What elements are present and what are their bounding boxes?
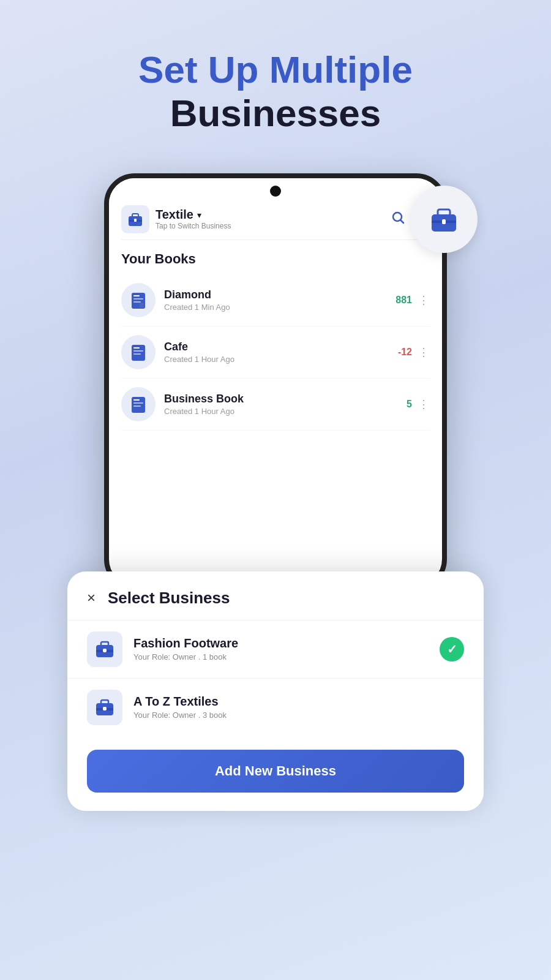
svg-rect-21 bbox=[132, 397, 145, 413]
briefcase-svg bbox=[427, 202, 461, 236]
book-info-diamond: Diamond Created 1 Min Ago bbox=[164, 288, 387, 312]
phone-content: Textile ▾ Tap to Switch Business bbox=[109, 197, 442, 443]
business-selector[interactable]: Textile ▾ Tap to Switch Business bbox=[121, 205, 231, 233]
business-briefcase-small bbox=[127, 211, 144, 228]
svg-rect-16 bbox=[140, 303, 144, 308]
book-item-cafe[interactable]: Cafe Created 1 Hour Ago -12 ⋮ bbox=[121, 326, 430, 379]
biz-name-row: Textile ▾ bbox=[156, 208, 231, 222]
biz-info-textiles: A To Z Textiles Your Role: Owner . 3 boo… bbox=[133, 695, 464, 720]
svg-rect-17 bbox=[132, 345, 145, 361]
svg-rect-1 bbox=[438, 209, 450, 216]
svg-rect-32 bbox=[103, 707, 107, 710]
book-count-business-book: 5 bbox=[407, 399, 412, 410]
book-count-diamond: 881 bbox=[395, 295, 412, 306]
svg-rect-18 bbox=[133, 347, 140, 349]
business-name-block: Textile ▾ Tap to Switch Business bbox=[156, 208, 231, 230]
svg-rect-28 bbox=[103, 649, 107, 652]
book-sub-diamond: Created 1 Min Ago bbox=[164, 303, 387, 312]
biz-icon-textiles bbox=[87, 690, 122, 725]
header-line2: Businesses bbox=[0, 91, 551, 136]
header-line1: Set Up Multiple bbox=[0, 49, 551, 91]
phone-notch bbox=[109, 178, 442, 197]
book-icon-diamond bbox=[121, 283, 156, 317]
phone-area: Textile ▾ Tap to Switch Business bbox=[0, 173, 551, 590]
svg-rect-12 bbox=[133, 295, 140, 296]
book-item-business-book[interactable]: Business Book Created 1 Hour Ago 5 ⋮ bbox=[121, 379, 430, 431]
svg-rect-20 bbox=[133, 353, 141, 355]
biz-list-item-fashion[interactable]: Fashion Footware Your Role: Owner . 1 bo… bbox=[67, 620, 484, 678]
selected-check-fashion: ✓ bbox=[440, 637, 464, 662]
svg-rect-23 bbox=[133, 402, 143, 404]
biz-list-item-textiles[interactable]: A To Z Textiles Your Role: Owner . 3 boo… bbox=[67, 678, 484, 736]
svg-rect-3 bbox=[442, 219, 446, 224]
svg-rect-19 bbox=[133, 350, 143, 352]
sheet-title: Select Business bbox=[108, 589, 230, 608]
more-options-cafe[interactable]: ⋮ bbox=[418, 345, 430, 359]
biz-icon-fashion bbox=[87, 631, 122, 667]
biz-info-fashion: Fashion Footware Your Role: Owner . 1 bo… bbox=[133, 636, 429, 662]
svg-rect-30 bbox=[101, 700, 108, 704]
book-name-cafe: Cafe bbox=[164, 341, 389, 353]
close-button[interactable]: × bbox=[87, 589, 96, 606]
svg-rect-5 bbox=[132, 214, 138, 217]
book-right-business-book: 5 ⋮ bbox=[407, 398, 430, 411]
more-options-diamond[interactable]: ⋮ bbox=[418, 293, 430, 307]
biz-role-fashion: Your Role: Owner . 1 book bbox=[133, 652, 429, 662]
svg-rect-7 bbox=[134, 219, 137, 222]
book-right-cafe: -12 ⋮ bbox=[398, 345, 430, 359]
svg-rect-14 bbox=[133, 301, 141, 303]
more-options-business-book[interactable]: ⋮ bbox=[418, 398, 430, 411]
biz-role-textiles: Your Role: Owner . 3 book bbox=[133, 710, 464, 720]
book-info-cafe: Cafe Created 1 Hour Ago bbox=[164, 341, 389, 364]
sheet-header: × Select Business bbox=[67, 571, 484, 620]
svg-rect-13 bbox=[133, 298, 143, 300]
phone-frame: Textile ▾ Tap to Switch Business bbox=[104, 173, 447, 590]
book-info-business-book: Business Book Created 1 Hour Ago bbox=[164, 393, 398, 416]
header-section: Set Up Multiple Businesses bbox=[0, 0, 551, 161]
book-count-cafe: -12 bbox=[398, 347, 412, 358]
svg-rect-22 bbox=[133, 399, 140, 401]
tap-switch-label: Tap to Switch Business bbox=[156, 222, 231, 230]
book-icon-business-book bbox=[121, 387, 156, 421]
floating-briefcase-icon bbox=[410, 186, 478, 253]
svg-line-9 bbox=[401, 220, 404, 223]
section-title: Your Books bbox=[121, 240, 430, 274]
chevron-down-icon: ▾ bbox=[197, 210, 201, 220]
business-icon-small bbox=[121, 205, 149, 233]
notch-camera bbox=[270, 186, 281, 197]
book-right-diamond: 881 ⋮ bbox=[395, 293, 430, 307]
svg-rect-26 bbox=[101, 642, 108, 646]
book-name-business-book: Business Book bbox=[164, 393, 398, 405]
business-name-text: Textile bbox=[156, 208, 193, 222]
biz-name-fashion: Fashion Footware bbox=[133, 636, 429, 650]
phone-topbar: Textile ▾ Tap to Switch Business bbox=[121, 197, 430, 240]
book-sub-cafe: Created 1 Hour Ago bbox=[164, 355, 389, 364]
book-item-diamond[interactable]: Diamond Created 1 Min Ago 881 ⋮ bbox=[121, 274, 430, 326]
book-sub-business-book: Created 1 Hour Ago bbox=[164, 407, 398, 416]
bottom-sheet: × Select Business Fashion Footware Your … bbox=[67, 571, 484, 811]
search-icon[interactable] bbox=[391, 210, 405, 228]
add-new-business-button[interactable]: Add New Business bbox=[87, 750, 464, 793]
svg-rect-24 bbox=[133, 405, 141, 407]
biz-name-textiles: A To Z Textiles bbox=[133, 695, 464, 709]
book-name-diamond: Diamond bbox=[164, 288, 387, 301]
book-icon-cafe bbox=[121, 335, 156, 369]
